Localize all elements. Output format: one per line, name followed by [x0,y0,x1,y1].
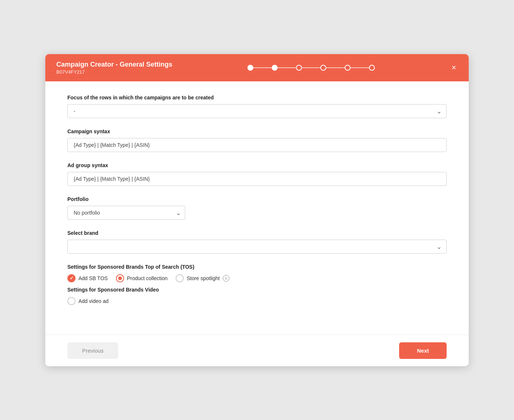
brand-select[interactable] [67,240,447,254]
store-spotlight-label: Store spotlight [187,275,220,281]
campaign-syntax-section: Campaign syntax [67,128,447,152]
focus-select-wrapper: - ⌄ [67,104,447,118]
campaign-syntax-input[interactable] [67,138,447,152]
sbv-label: Settings for Sponsored Brands Video [67,287,447,293]
header-title-block: Campaign Creator - General Settings B07V… [56,61,172,75]
campaign-creator-modal: Campaign Creator - General Settings B07V… [45,54,469,366]
store-spotlight-info-icon[interactable]: i [223,275,229,282]
modal-subtitle: B07V4FY217 [56,69,172,75]
step-5 [345,65,351,71]
modal-footer: Previous Next [45,335,469,366]
campaign-syntax-label: Campaign syntax [67,128,447,134]
product-collection-label: Product collection [127,275,168,281]
step-2 [272,65,278,71]
select-brand-label: Select brand [67,230,447,236]
modal-header: Campaign Creator - General Settings B07V… [45,54,469,81]
product-collection-option[interactable]: Product collection [116,274,168,282]
store-spotlight-option[interactable]: Store spotlight i [176,274,229,282]
step-progress [247,65,375,71]
modal-title: Campaign Creator - General Settings [56,61,172,68]
modal-body: Focus of the rows in which the campaigns… [45,81,469,324]
select-brand-section: Select brand ⌄ [67,230,447,254]
brand-select-wrapper: ⌄ [67,240,447,254]
step-1 [247,65,253,71]
sbv-section: Settings for Sponsored Brands Video Add … [67,287,447,305]
step-6 [369,65,375,71]
step-line-4 [326,67,345,68]
add-sb-tos-option[interactable]: Add SB TOS [67,274,108,282]
close-button[interactable]: × [450,62,458,73]
sb-tos-options: Add SB TOS Product collection Store spot… [67,274,447,282]
previous-button[interactable]: Previous [67,342,118,359]
focus-section: Focus of the rows in which the campaigns… [67,95,447,118]
ad-group-syntax-label: Ad group syntax [67,162,447,168]
portfolio-select[interactable]: No portfolio [67,206,185,220]
sb-tos-section: Settings for Sponsored Brands Top of Sea… [67,264,447,282]
add-sb-tos-label: Add SB TOS [78,275,108,281]
step-line-2 [278,67,296,68]
ad-group-syntax-section: Ad group syntax [67,162,447,186]
focus-label: Focus of the rows in which the campaigns… [67,95,447,100]
step-3 [296,65,302,71]
step-4 [320,65,326,71]
add-video-radio[interactable] [67,297,75,305]
focus-select[interactable]: - [67,104,447,118]
step-line-5 [351,67,369,68]
step-line-3 [302,67,320,68]
product-collection-radio[interactable] [116,274,124,282]
portfolio-label: Portfolio [67,196,447,202]
portfolio-section: Portfolio No portfolio ⌄ [67,196,447,220]
store-spotlight-radio[interactable] [176,274,184,282]
step-line-1 [253,67,272,68]
add-video-option[interactable]: Add video ad [67,297,109,305]
sb-tos-label: Settings for Sponsored Brands Top of Sea… [67,264,447,270]
add-video-label: Add video ad [78,298,109,304]
sbv-options: Add video ad [67,297,447,305]
add-sb-tos-radio[interactable] [67,274,75,282]
next-button[interactable]: Next [399,342,447,359]
ad-group-syntax-input[interactable] [67,172,447,186]
portfolio-select-wrapper: No portfolio ⌄ [67,206,185,220]
